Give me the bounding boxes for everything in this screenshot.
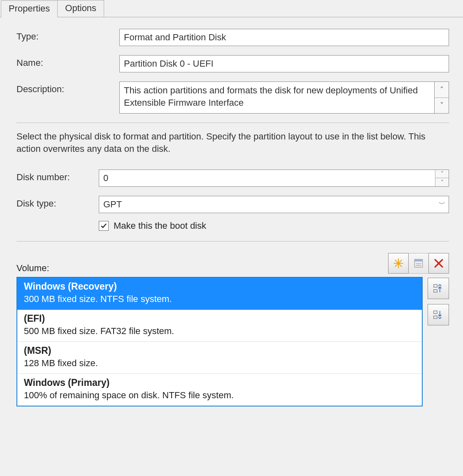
type-field: Format and Partition Disk [119, 29, 449, 46]
type-label: Type: [16, 29, 119, 42]
new-icon [393, 258, 404, 269]
description-label: Description: [16, 81, 119, 95]
svg-rect-5 [414, 259, 422, 261]
description-input[interactable]: This action partitions and formats the d… [119, 81, 434, 114]
scroll-up-icon[interactable]: ˄ [435, 82, 449, 98]
new-volume-button[interactable] [388, 253, 409, 274]
volume-item-desc: 500 MB fixed size. FAT32 file system. [24, 326, 415, 337]
separator [16, 241, 449, 241]
disk-number-value: 0 [99, 170, 435, 186]
disk-type-value: GPT [99, 197, 435, 212]
volume-toolbar [388, 253, 449, 274]
separator [16, 123, 449, 123]
tab-options-label: Options [65, 3, 96, 13]
disk-number-label: Disk number: [16, 170, 99, 183]
move-up-icon [432, 282, 444, 295]
volume-item-desc: 100% of remaining space on disk. NTFS fi… [24, 390, 415, 401]
tabstrip: Properties Options [0, 0, 463, 17]
delete-icon [433, 258, 444, 269]
tab-properties[interactable]: Properties [1, 0, 58, 17]
volume-properties-button[interactable] [408, 253, 429, 274]
volume-item-title: (MSR) [24, 345, 415, 356]
description-value: This action partitions and formats the d… [124, 85, 418, 108]
name-input[interactable]: Partition Disk 0 - UEFI [119, 55, 449, 72]
instruction-text: Select the physical disk to format and p… [16, 130, 449, 156]
volume-list[interactable]: Windows (Recovery)300 MB fixed size. NTF… [16, 277, 423, 406]
svg-rect-10 [434, 284, 437, 287]
name-label: Name: [16, 55, 119, 68]
delete-volume-button[interactable] [428, 253, 449, 274]
properties-icon [413, 258, 424, 269]
name-value: Partition Disk 0 - UEFI [124, 58, 214, 69]
volume-item-title: (EFI) [24, 313, 415, 324]
chevron-down-icon: ﹀ [435, 200, 449, 209]
volume-item[interactable]: Windows (Recovery)300 MB fixed size. NTF… [17, 278, 422, 310]
volume-item[interactable]: Windows (Primary)100% of remaining space… [17, 374, 422, 406]
disk-number-stepper[interactable]: 0 ˄ ˅ [99, 170, 449, 187]
disk-type-select[interactable]: GPT ﹀ [99, 196, 449, 213]
boot-disk-label: Make this the boot disk [114, 221, 206, 231]
type-value: Format and Partition Disk [124, 32, 226, 43]
checkmark-icon [100, 223, 107, 229]
volume-item-desc: 300 MB fixed size. NTFS file system. [24, 294, 415, 304]
volume-item-desc: 128 MB fixed size. [24, 358, 415, 369]
move-up-button[interactable] [428, 278, 449, 299]
volume-item-title: Windows (Primary) [24, 377, 415, 388]
volume-label: Volume: [16, 263, 49, 274]
svg-rect-12 [434, 311, 437, 313]
tab-options[interactable]: Options [57, 0, 104, 17]
boot-disk-checkbox[interactable] [99, 221, 109, 231]
volume-item[interactable]: (MSR)128 MB fixed size. [17, 342, 422, 374]
scroll-down-icon[interactable]: ˅ [435, 98, 449, 114]
volume-item-title: Windows (Recovery) [24, 281, 415, 292]
spin-down-icon[interactable]: ˅ [435, 178, 449, 186]
move-down-button[interactable] [428, 304, 449, 325]
spin-up-icon[interactable]: ˄ [435, 170, 449, 179]
move-down-icon [432, 309, 444, 321]
volume-item[interactable]: (EFI)500 MB fixed size. FAT32 file syste… [17, 310, 422, 342]
description-scrollbar[interactable]: ˄ ˅ [434, 81, 449, 114]
svg-rect-11 [434, 290, 437, 293]
disk-type-label: Disk type: [16, 196, 99, 209]
tab-properties-label: Properties [9, 3, 50, 14]
svg-rect-13 [434, 316, 437, 319]
